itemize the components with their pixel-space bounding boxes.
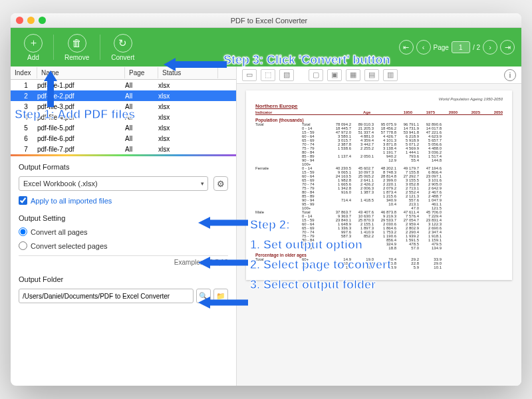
- page-preview: World Population Ageing 1950-2050Norther…: [246, 90, 512, 280]
- zoom-icon[interactable]: [39, 17, 46, 24]
- file-list-header: Index Name Page Status: [11, 66, 236, 80]
- window-controls: [16, 17, 46, 24]
- app-window: PDF to Excel Converter ＋ Add 🗑 Remove ↻ …: [11, 13, 521, 386]
- convert-all-radio[interactable]: Convert all pages: [19, 227, 228, 236]
- convert-selected-radio[interactable]: Convert selected pages: [19, 241, 228, 250]
- format-settings-button[interactable]: ⚙: [213, 176, 228, 191]
- left-panel: Index Name Page Status 1pdf-file-1.pdfAl…: [11, 66, 237, 386]
- table-row[interactable]: 1pdf-file-1.pdfAllxlsx: [11, 80, 236, 90]
- close-icon[interactable]: [16, 17, 23, 24]
- table-row[interactable]: 3pdf-file-3.pdfAllxlsx: [11, 101, 236, 112]
- add-button[interactable]: ＋ Add: [17, 31, 49, 64]
- toolbar: ＋ Add 🗑 Remove ↻ Convert ⇤ ‹ Page 1 / 2 …: [11, 28, 521, 66]
- titlebar: PDF to Excel Converter: [11, 13, 521, 28]
- remove-button[interactable]: 🗑 Remove: [58, 31, 96, 64]
- refresh-icon: ↻: [114, 34, 132, 53]
- table-tool-button[interactable]: ▦: [346, 69, 360, 81]
- apply-all-checkbox[interactable]: Apply to all imported files: [19, 196, 228, 205]
- output-setting-title: Output Setting: [19, 214, 228, 222]
- window-title: PDF to Excel Converter: [46, 17, 492, 25]
- col-status[interactable]: Status: [158, 67, 218, 78]
- content: Index Name Page Status 1pdf-file-1.pdfAl…: [11, 66, 521, 386]
- select-tool-button[interactable]: ▢: [309, 69, 323, 81]
- table-row[interactable]: 5pdf-file-5.pdfAllxlsx: [11, 122, 236, 133]
- output-folder-title: Output Folder: [19, 275, 228, 283]
- page-current[interactable]: 1: [452, 41, 470, 53]
- grid-tool-button[interactable]: ▤: [364, 69, 379, 81]
- table-row[interactable]: 7pdf-file-7.pdfAllxlsx: [11, 144, 236, 154]
- minimize-icon[interactable]: [27, 17, 35, 24]
- table-row[interactable]: 6pdf-file-6.pdfAllxlsx: [11, 133, 236, 144]
- output-formats-title: Output Formats: [19, 163, 228, 171]
- preview-panel: ▭ ⬚ ▧ ▢ ▣ ▦ ▤ ▥ i World Population Agein…: [237, 66, 521, 386]
- last-page-button[interactable]: ⇥: [500, 40, 515, 55]
- columns-tool-button[interactable]: ▥: [383, 69, 398, 81]
- crop-tool-button[interactable]: ▣: [327, 69, 342, 81]
- page-total: / 2: [473, 44, 480, 51]
- page-range-example: Example: 1,3-5,10: [19, 255, 228, 266]
- preview-toolbar: ▭ ⬚ ▧ ▢ ▣ ▦ ▤ ▥ i: [237, 66, 521, 84]
- col-name[interactable]: Name: [37, 67, 125, 78]
- gear-icon: ⚙: [217, 179, 225, 189]
- magnifier-folder-icon: 🔍: [199, 292, 208, 301]
- file-list[interactable]: 1pdf-file-1.pdfAllxlsx2pdf-file-2.pdfAll…: [11, 80, 236, 154]
- format-select[interactable]: Excel Workbook (.xlsx): [19, 176, 208, 191]
- folder-icon: 📁: [216, 292, 225, 301]
- settings-panel: Output Formats Excel Workbook (.xlsx) ⚙ …: [11, 156, 236, 386]
- zoom-tool-button[interactable]: ▧: [279, 69, 294, 81]
- first-page-button[interactable]: ⇤: [399, 40, 414, 55]
- next-page-button[interactable]: ›: [483, 40, 497, 55]
- browse-folder-button[interactable]: 📁: [213, 289, 228, 303]
- table-row[interactable]: 4pdf-file-4.pdfAllxlsx: [11, 112, 236, 122]
- col-index[interactable]: Index: [11, 67, 37, 78]
- fit-page-button[interactable]: ▭: [242, 69, 257, 81]
- table-row[interactable]: 2pdf-file-2.pdfAllxlsx: [11, 90, 236, 101]
- col-page[interactable]: Page: [125, 67, 158, 78]
- info-button[interactable]: i: [504, 69, 516, 81]
- page-label: Page: [434, 44, 449, 51]
- fit-width-button[interactable]: ⬚: [261, 69, 275, 81]
- trash-icon: 🗑: [68, 34, 86, 53]
- open-folder-button[interactable]: 🔍: [196, 289, 211, 303]
- info-icon: i: [509, 71, 511, 79]
- prev-page-button[interactable]: ‹: [416, 40, 431, 55]
- convert-button[interactable]: ↻ Convert: [104, 31, 141, 64]
- plus-icon: ＋: [24, 34, 43, 53]
- output-folder-input[interactable]: [19, 289, 194, 303]
- page-nav: ⇤ ‹ Page 1 / 2 › ⇥: [399, 40, 515, 55]
- preview-body[interactable]: World Population Ageing 1950-2050Norther…: [237, 84, 521, 386]
